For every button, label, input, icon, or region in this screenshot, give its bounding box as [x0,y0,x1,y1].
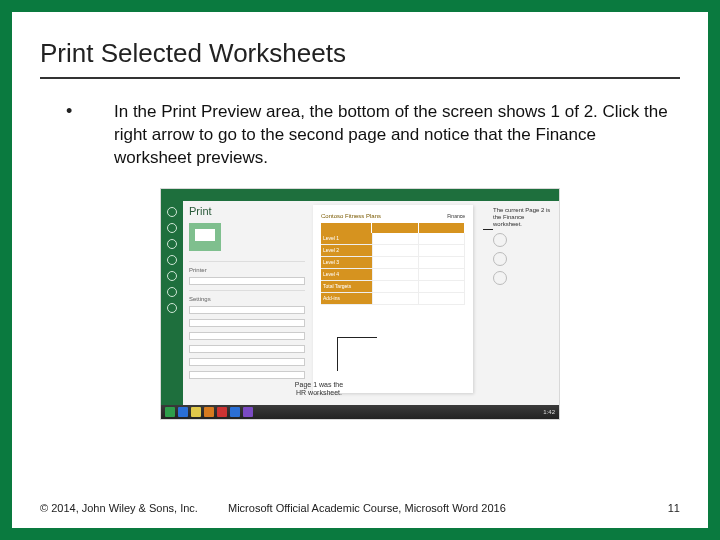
preview-doc-col: Finance [447,213,465,219]
preview-table: Level 1 Level 2 Level 3 Level 4 Total Ta… [321,223,465,305]
rail-icon [167,207,177,217]
print-panel: Print Printer Settings [189,205,305,384]
rail-icon [167,287,177,297]
taskbar-icon [178,407,188,417]
callout-leader-bottom [337,337,338,371]
bullet-marker: • [66,101,114,122]
rail-icon [167,271,177,281]
taskbar: 1:42 [161,405,559,419]
taskbar-icon [165,407,175,417]
preview-doc-title: Contoso Fitness Plans [321,213,381,219]
callout-text-right: The current Page 2 is the Finance worksh… [493,207,553,229]
setting-field[interactable] [189,371,305,379]
callout-text-bottom: Page 1 was the HR worksheet. [289,381,349,396]
printer-label: Printer [189,261,305,275]
setting-field[interactable] [189,345,305,353]
zoom-icon [493,233,507,247]
footer-course: Microsoft Official Academic Course, Micr… [228,502,644,514]
taskbar-icon [243,407,253,417]
right-callout: The current Page 2 is the Finance worksh… [493,207,553,291]
rail-icon [167,239,177,249]
screenshot: Print Printer Settings Contoso Fitness P… [160,188,560,420]
slide-title: Print Selected Worksheets [40,38,680,79]
setting-field[interactable] [189,319,305,327]
setting-field[interactable] [189,306,305,314]
taskbar-icon [230,407,240,417]
rail-icon [167,223,177,233]
printer-select[interactable] [189,277,305,285]
taskbar-icon [204,407,214,417]
taskbar-clock: 1:42 [543,409,559,415]
backstage-rail [161,201,183,405]
footer-page: 11 [644,502,680,514]
rail-icon [167,255,177,265]
setting-field[interactable] [189,358,305,366]
rail-icon [167,303,177,313]
footer-copyright: © 2014, John Wiley & Sons, Inc. [40,502,228,514]
callout-leader-right [483,229,493,230]
window-titlebar [161,189,559,201]
bullet-text: In the Print Preview area, the bottom of… [114,101,672,170]
slide-footer: © 2014, John Wiley & Sons, Inc. Microsof… [40,502,680,514]
taskbar-icon [217,407,227,417]
zoom-icon [493,252,507,266]
setting-field[interactable] [189,332,305,340]
settings-label: Settings [189,290,305,304]
print-heading: Print [189,205,305,217]
taskbar-icon [191,407,201,417]
bullet-item: • In the Print Preview area, the bottom … [40,101,680,184]
print-button[interactable] [189,223,221,251]
zoom-icon [493,271,507,285]
